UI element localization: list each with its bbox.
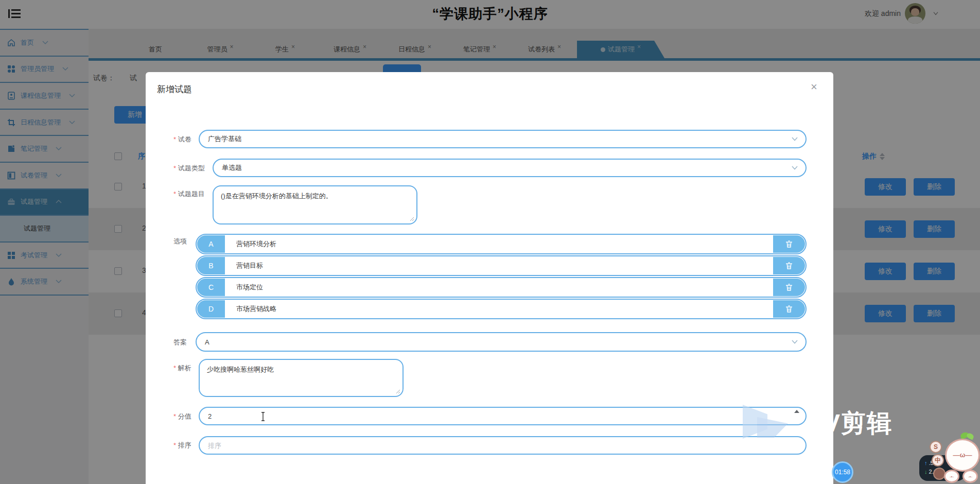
sticker-paw: -•- <box>944 470 959 483</box>
recorder-logo <box>743 405 799 441</box>
mascot-sticker: —ω— -•- -•- <box>943 433 980 484</box>
option-letter-badge: B <box>197 257 225 274</box>
score-input[interactable] <box>200 412 806 420</box>
question-title-text: ()是在营销环境分析的基础上制定的。 <box>221 192 409 201</box>
option-row-a: A <box>196 234 807 254</box>
option-letter-badge: C <box>197 279 225 296</box>
analysis-textarea[interactable]: 少吃搜啊哈葱丝啊好吃 <box>199 359 404 397</box>
recording-timer[interactable]: 01:58 <box>832 461 853 483</box>
trash-icon <box>784 239 794 249</box>
sort-input-wrap <box>199 436 807 455</box>
chevron-down-icon <box>791 339 798 344</box>
floating-badge-s[interactable]: S <box>930 441 942 453</box>
app-window: “学课助手”小程序 欢迎 admin 首页 管理员管理 课程信息管理 <box>0 0 980 484</box>
watermark-text: V剪辑 <box>824 407 892 440</box>
question-type-select[interactable]: 单选题 <box>213 159 807 177</box>
text-cursor <box>260 412 266 421</box>
chevron-down-icon <box>791 136 798 142</box>
option-a-input[interactable] <box>225 235 773 253</box>
analysis-label: 解析 <box>173 364 191 373</box>
chevron-down-icon <box>791 165 798 170</box>
upload-arrow-icon: ↑ <box>924 460 927 466</box>
answer-select[interactable]: A <box>196 332 807 352</box>
dialog-title: 新增试题 <box>157 83 192 95</box>
resize-grip-icon[interactable] <box>395 389 400 394</box>
question-title-label: 试题题目 <box>173 189 205 199</box>
close-icon[interactable]: × <box>811 81 817 93</box>
score-label: 分值 <box>173 412 191 421</box>
question-type-label: 试题类型 <box>173 164 205 173</box>
paper-select[interactable]: 广告学基础 <box>199 130 807 148</box>
score-input-wrap <box>199 407 807 425</box>
paper-select-value: 广告学基础 <box>200 134 791 144</box>
trash-icon <box>784 304 794 314</box>
question-title-textarea[interactable]: ()是在营销环境分析的基础上制定的。 <box>213 185 417 224</box>
add-question-dialog: 新增试题 × 试卷 广告学基础 试题类型 单选题 试题题目 ()是在营销环境分析… <box>146 72 833 484</box>
option-c-input[interactable] <box>225 278 773 297</box>
download-arrow-icon: ↓ <box>924 469 927 475</box>
delete-option-button[interactable] <box>773 257 805 274</box>
option-letter-badge: D <box>197 300 225 318</box>
option-d-input[interactable] <box>225 300 773 318</box>
resize-grip-icon[interactable] <box>409 216 414 221</box>
option-b-input[interactable] <box>225 256 773 275</box>
floating-badge-zhong[interactable]: 中 <box>932 454 944 466</box>
options-label: 选项 <box>173 237 187 246</box>
option-row-c: C <box>196 277 807 298</box>
analysis-text: 少吃搜啊哈葱丝啊好吃 <box>207 365 395 374</box>
paper-label: 试卷 <box>173 135 191 144</box>
delete-option-button[interactable] <box>773 235 805 253</box>
sticker-face: —ω— <box>943 451 980 459</box>
answer-select-value: A <box>197 338 791 346</box>
question-type-value: 单选题 <box>214 163 791 172</box>
delete-option-button[interactable] <box>773 300 805 318</box>
option-row-b: B <box>196 255 807 276</box>
sort-input[interactable] <box>200 442 806 450</box>
sticker-paw: -•- <box>962 470 978 483</box>
option-letter-badge: A <box>197 235 225 253</box>
option-row-d: D <box>196 299 807 319</box>
trash-icon <box>784 261 794 270</box>
sort-label: 排序 <box>173 441 191 450</box>
trash-icon <box>784 283 794 292</box>
answer-label: 答案 <box>173 338 187 347</box>
delete-option-button[interactable] <box>773 279 805 296</box>
